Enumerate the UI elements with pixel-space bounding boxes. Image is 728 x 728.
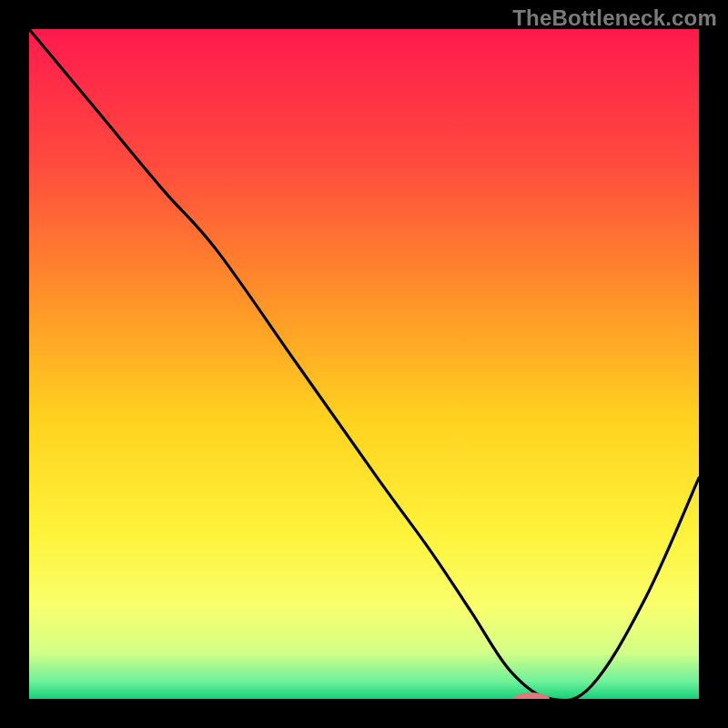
gradient-background <box>29 29 699 699</box>
chart-frame <box>29 29 699 699</box>
watermark-text: TheBottleneck.com <box>512 5 717 31</box>
bottleneck-chart <box>29 29 699 699</box>
